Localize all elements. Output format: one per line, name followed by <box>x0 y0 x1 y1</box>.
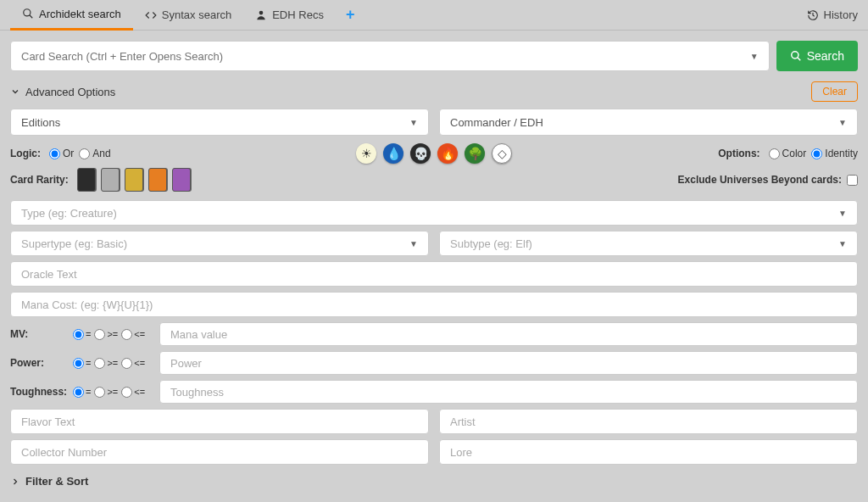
power-gte-radio[interactable]: >= <box>94 358 118 369</box>
tab-label: EDH Recs <box>272 8 324 21</box>
logic-and-radio[interactable]: And <box>79 148 110 159</box>
toughness-input[interactable] <box>170 386 847 399</box>
format-select[interactable]: Commander / EDH ▼ <box>439 109 858 136</box>
chevron-down-icon: ▼ <box>750 52 759 61</box>
power-eq-radio[interactable]: = <box>73 358 91 369</box>
search-icon <box>790 50 802 62</box>
format-label: Commander / EDH <box>450 116 543 129</box>
tough-lte-radio[interactable]: <= <box>121 387 145 398</box>
supertype-input[interactable] <box>21 237 409 250</box>
mana-green-icon[interactable]: 🌳 <box>465 143 485 164</box>
power-input[interactable] <box>170 357 847 370</box>
flavor-input[interactable] <box>21 416 418 428</box>
svg-line-1 <box>30 15 33 19</box>
mana-cost-input[interactable] <box>21 298 847 311</box>
oracle-text-field[interactable] <box>10 261 858 287</box>
chevron-down-icon: ▼ <box>838 239 847 248</box>
power-label: Power: <box>10 357 68 369</box>
card-search-input-wrap[interactable]: ▼ <box>10 41 770 71</box>
svg-line-4 <box>797 58 800 61</box>
exclude-ub-checkbox[interactable] <box>847 175 858 186</box>
lore-field[interactable] <box>439 439 858 465</box>
chevron-right-icon <box>10 477 20 487</box>
svg-point-2 <box>259 10 264 14</box>
code-icon <box>145 9 157 21</box>
toughness-input-wrap[interactable] <box>159 380 858 404</box>
tough-eq-radio[interactable]: = <box>73 387 91 398</box>
search-button-label: Search <box>807 49 844 63</box>
type-input[interactable] <box>21 207 838 220</box>
oracle-input[interactable] <box>21 268 847 281</box>
artist-input[interactable] <box>450 416 847 428</box>
chevron-down-icon: ▼ <box>838 118 847 127</box>
mv-gte-radio[interactable]: >= <box>94 329 118 340</box>
tab-archidekt-search[interactable]: Archidekt search <box>10 0 133 31</box>
advanced-options-label: Advanced Options <box>25 86 115 98</box>
chevron-down-icon: ▼ <box>409 239 418 248</box>
clear-button[interactable]: Clear <box>811 81 858 102</box>
logic-title: Logic: <box>10 148 41 159</box>
rarity-special-icon[interactable] <box>172 168 191 192</box>
power-lte-radio[interactable]: <= <box>121 358 145 369</box>
svg-point-0 <box>24 9 31 16</box>
history-label: History <box>824 8 858 21</box>
filter-sort-label: Filter & Sort <box>25 475 88 488</box>
subtype-input[interactable] <box>450 237 838 250</box>
subtype-select[interactable]: ▼ <box>439 231 858 256</box>
options-color-radio[interactable]: Color <box>769 148 807 159</box>
chevron-down-icon: ▼ <box>838 209 847 218</box>
mana-cost-field[interactable] <box>10 292 858 317</box>
flavor-text-field[interactable] <box>10 409 429 434</box>
mana-blue-icon[interactable]: 💧 <box>383 143 403 164</box>
add-tab-button[interactable]: + <box>336 6 365 24</box>
rarity-uncommon-icon[interactable] <box>101 168 120 192</box>
editions-select[interactable]: Editions ▼ <box>10 109 429 136</box>
svg-point-3 <box>791 52 798 59</box>
search-button[interactable]: Search <box>776 41 858 71</box>
tab-syntax-search[interactable]: Syntax search <box>133 0 243 31</box>
collector-number-field[interactable] <box>10 439 429 465</box>
history-icon <box>807 9 819 21</box>
supertype-select[interactable]: ▼ <box>10 231 429 256</box>
mana-red-icon[interactable]: 🔥 <box>437 143 458 164</box>
card-search-input[interactable] <box>21 50 750 63</box>
rarity-common-icon[interactable] <box>77 168 96 192</box>
tab-label: Archidekt search <box>39 8 121 20</box>
card-rarity-label: Card Rarity: <box>10 174 69 186</box>
editions-label: Editions <box>21 116 60 129</box>
tab-edh-recs[interactable]: EDH Recs <box>243 0 336 31</box>
lore-input[interactable] <box>450 446 847 459</box>
mana-colorless-icon[interactable]: ◇ <box>492 143 512 164</box>
filter-sort-toggle[interactable]: Filter & Sort <box>0 470 868 493</box>
history-button[interactable]: History <box>807 8 858 21</box>
collector-input[interactable] <box>21 446 418 459</box>
rarity-mythic-icon[interactable] <box>148 168 167 192</box>
mana-color-row: ☀ 💧 💀 🔥 🌳 ◇ <box>356 143 512 164</box>
mv-eq-radio[interactable]: = <box>73 329 91 340</box>
mv-input[interactable] <box>170 328 847 341</box>
rarity-rare-icon[interactable] <box>125 168 143 192</box>
person-icon <box>255 9 267 21</box>
chevron-down-icon: ▼ <box>409 118 418 127</box>
logic-or-radio[interactable]: Or <box>49 148 74 159</box>
chevron-down-icon <box>10 86 20 97</box>
tough-gte-radio[interactable]: >= <box>94 387 118 398</box>
options-title: Options: <box>718 148 760 159</box>
type-select[interactable]: ▼ <box>10 200 858 226</box>
mana-white-icon[interactable]: ☀ <box>356 143 376 164</box>
tab-label: Syntax search <box>162 8 231 21</box>
exclude-ub-label: Exclude Universes Beyond cards: <box>678 174 842 186</box>
mana-black-icon[interactable]: 💀 <box>410 143 431 164</box>
advanced-options-toggle[interactable]: Advanced Options <box>10 86 115 98</box>
mv-input-wrap[interactable] <box>159 322 858 346</box>
search-icon <box>22 8 34 20</box>
mv-label: MV: <box>10 328 68 340</box>
options-identity-radio[interactable]: Identity <box>811 148 858 159</box>
artist-field[interactable] <box>439 409 858 434</box>
mv-lte-radio[interactable]: <= <box>121 329 145 340</box>
toughness-label: Toughness: <box>10 386 68 398</box>
power-input-wrap[interactable] <box>159 351 858 375</box>
